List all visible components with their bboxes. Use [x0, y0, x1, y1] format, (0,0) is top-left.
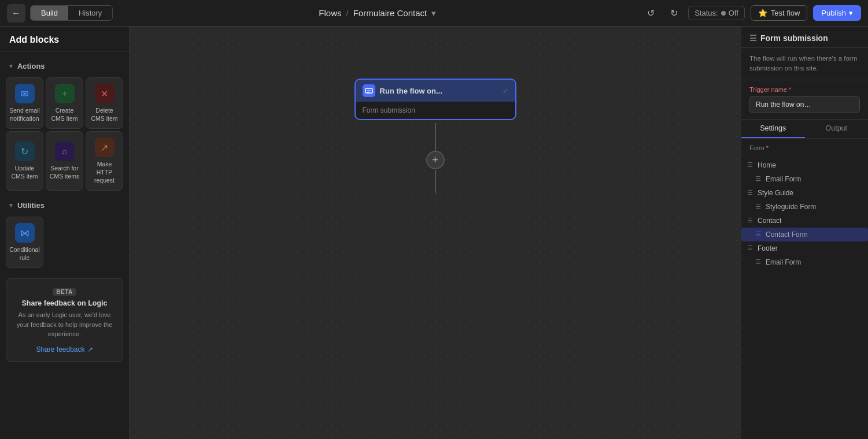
utilities-label: Utilities	[17, 201, 45, 210]
build-history-tabs: Build History	[30, 5, 113, 21]
styleguide-form-label: Styleguide Form	[766, 203, 816, 211]
actions-chevron: ▼	[8, 63, 14, 69]
form-item-home[interactable]: ☰ Home	[741, 158, 868, 172]
contact-icon: ☰	[747, 217, 753, 224]
form-item-styleguide-form[interactable]: ☰ Styleguide Form	[741, 200, 868, 214]
main-area: Add blocks ▼ Actions ✉ Send email notifi…	[0, 27, 868, 439]
utilities-chevron: ▼	[8, 202, 14, 209]
form-field-label: Form *	[749, 144, 860, 151]
flow-name: Formulaire Contact	[353, 8, 427, 18]
block-send-email[interactable]: ✉ Send email notification	[6, 77, 43, 129]
share-feedback-link[interactable]: Share feedback ↗	[36, 345, 93, 354]
delete-cms-icon: ✕	[95, 84, 114, 103]
home-icon: ☰	[747, 161, 753, 169]
settings-output-tabs: Settings Output	[741, 120, 868, 139]
tab-history[interactable]: History	[68, 6, 112, 20]
topbar-actions: ↺ ↻ Status: Off ⭐ Test flow Publish ▾	[642, 5, 861, 22]
make-http-label: Make HTTP request	[88, 161, 120, 184]
section-utilities[interactable]: ▼ Utilities	[0, 196, 129, 214]
form-item-style-guide[interactable]: ☰ Style Guide	[741, 186, 868, 200]
section-actions[interactable]: ▼ Actions	[0, 57, 129, 75]
connector-line-1	[435, 123, 436, 153]
form-label-section: Form *	[741, 139, 868, 158]
styleguide-form-icon: ☰	[755, 203, 761, 210]
conditional-icon: ⋈	[15, 223, 35, 243]
form-item-contact-form[interactable]: ☰ Contact Form	[741, 228, 868, 241]
topbar-title-area: Flows / Formulaire Contact ▾	[117, 8, 637, 18]
flow-node-expand-icon[interactable]: ⤢	[503, 87, 508, 95]
create-cms-icon: ＋	[55, 84, 75, 103]
test-flow-label: Test flow	[771, 9, 800, 17]
flows-label: Flows	[319, 8, 341, 18]
add-node-button[interactable]: +	[426, 151, 445, 169]
block-delete-cms[interactable]: ✕ Delete CMS item	[86, 77, 123, 129]
status-value: Off	[729, 9, 738, 17]
beta-description: As an early Logic user, we'd love your f…	[14, 310, 114, 339]
actions-label: Actions	[17, 62, 45, 70]
dropdown-icon[interactable]: ▾	[431, 8, 436, 18]
back-icon: ←	[12, 8, 21, 18]
flow-node[interactable]: Run the flow on... ⤢ Form submission	[354, 79, 516, 120]
publish-label: Publish	[821, 9, 846, 17]
right-panel-header: ☰ Form submission	[741, 27, 868, 48]
email-form-2-label: Email Form	[766, 258, 801, 266]
trigger-section: Trigger name *	[741, 80, 868, 120]
status-label: Status:	[695, 9, 718, 17]
status-dot	[721, 11, 726, 16]
redo-button[interactable]: ↻	[665, 5, 682, 22]
block-update-cms[interactable]: ↻ Update CMS item	[6, 131, 43, 191]
trigger-label: Trigger name *	[749, 86, 860, 93]
flow-canvas[interactable]: Run the flow on... ⤢ Form submission +	[130, 27, 741, 439]
form-item-footer[interactable]: ☰ Footer	[741, 241, 868, 255]
flow-node-icon	[363, 84, 375, 97]
beta-banner: BETA Share feedback on Logic As an early…	[6, 278, 123, 362]
panel-header-title: Form submission	[760, 34, 828, 43]
share-feedback-label: Share feedback	[36, 345, 84, 354]
sidebar-header: Add blocks	[0, 27, 129, 51]
publish-arrow-icon: ▾	[849, 9, 853, 17]
contact-form-icon: ☰	[755, 230, 761, 238]
test-flow-icon: ⭐	[758, 9, 767, 17]
email-form-2-icon: ☰	[755, 258, 761, 266]
email-form-1-icon: ☰	[755, 175, 761, 183]
share-feedback-icon: ↗	[87, 345, 93, 354]
search-cms-icon: ⌕	[55, 142, 75, 161]
email-form-1-label: Email Form	[766, 175, 801, 183]
title-slash: /	[346, 8, 349, 18]
beta-title: Share feedback on Logic	[14, 299, 114, 307]
status-badge[interactable]: Status: Off	[688, 6, 745, 20]
home-label: Home	[758, 161, 776, 169]
panel-header-icon: ☰	[749, 34, 757, 43]
back-button[interactable]: ←	[7, 4, 25, 23]
test-flow-button[interactable]: ⭐ Test flow	[751, 5, 808, 21]
style-guide-icon: ☰	[747, 189, 753, 196]
block-make-http[interactable]: ↗ Make HTTP request	[86, 131, 123, 191]
form-list: ☰ Home ☰ Email Form ☰ Style Guide ☰ Styl…	[741, 158, 868, 269]
form-item-contact[interactable]: ☰ Contact	[741, 214, 868, 228]
form-item-email-form-1[interactable]: ☰ Email Form	[741, 172, 868, 186]
search-cms-label: Search for CMS items	[49, 165, 80, 180]
create-cms-label: Create CMS item	[49, 107, 80, 122]
send-email-icon: ✉	[15, 84, 35, 103]
beta-tag: BETA	[53, 288, 76, 296]
update-cms-icon: ↻	[15, 142, 35, 161]
left-sidebar: Add blocks ▼ Actions ✉ Send email notifi…	[0, 27, 130, 439]
tab-build[interactable]: Build	[31, 6, 68, 20]
tab-settings[interactable]: Settings	[741, 120, 805, 138]
block-create-cms[interactable]: ＋ Create CMS item	[46, 77, 83, 129]
form-item-email-form-2[interactable]: ☰ Email Form	[741, 255, 868, 269]
trigger-name-input[interactable]	[749, 96, 860, 113]
publish-button[interactable]: Publish ▾	[813, 5, 861, 21]
footer-icon: ☰	[747, 244, 753, 252]
flow-node-title: Run the flow on...	[380, 87, 498, 95]
delete-cms-label: Delete CMS item	[88, 107, 120, 122]
send-email-label: Send email notification	[9, 107, 40, 122]
tab-output[interactable]: Output	[805, 120, 869, 138]
block-conditional[interactable]: ⋈ Conditional rule	[6, 217, 43, 268]
flow-node-header: Run the flow on... ⤢	[356, 80, 515, 102]
undo-button[interactable]: ↺	[642, 5, 659, 22]
conditional-label: Conditional rule	[9, 246, 40, 262]
panel-description: The flow will run when there's a form su…	[741, 48, 868, 80]
block-search-cms[interactable]: ⌕ Search for CMS items	[46, 131, 83, 191]
right-panel: ☰ Form submission The flow will run when…	[741, 27, 868, 439]
